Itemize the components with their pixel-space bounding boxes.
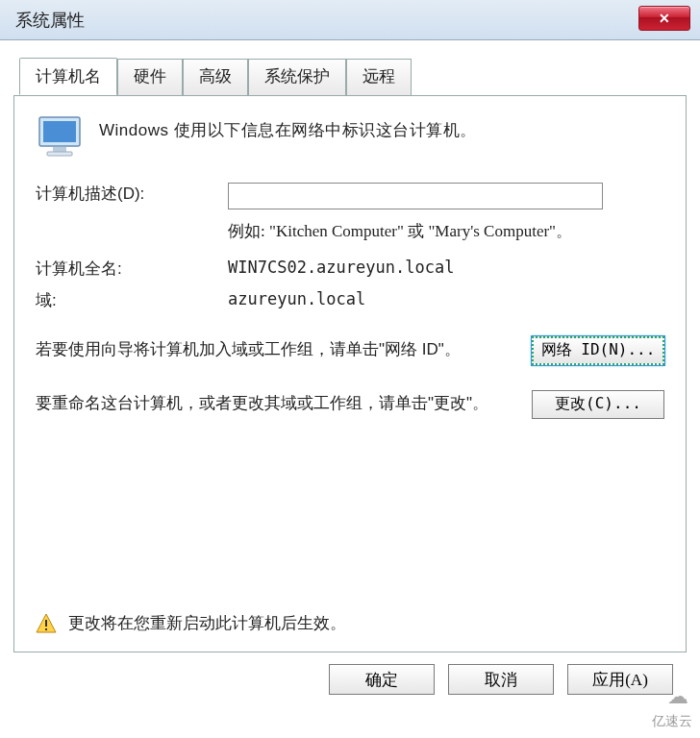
svg-rect-3 (47, 152, 72, 156)
domain-label: 域: (36, 289, 228, 311)
change-button[interactable]: 更改(C)... (532, 390, 664, 419)
network-id-button[interactable]: 网络 ID(N)... (532, 336, 664, 365)
close-button[interactable]: ✕ (638, 6, 690, 31)
client-area: 计算机名 硬件 高级 系统保护 远程 Windows 使用以下信息在网络中标识这… (0, 40, 700, 716)
network-id-text: 若要使用向导将计算机加入域或工作组，请单击"网络 ID"。 (36, 336, 514, 362)
button-label: 取消 (485, 669, 517, 691)
cloud-badge-icon: ☁ (667, 684, 688, 709)
tab-strip: 计算机名 硬件 高级 系统保护 远程 (19, 58, 687, 95)
tab-panel-computer-name: Windows 使用以下信息在网络中标识这台计算机。 计算机描述(D): 例如:… (13, 95, 687, 652)
svg-rect-5 (45, 628, 47, 630)
window-title: 系统属性 (15, 9, 85, 32)
tab-label: 计算机名 (36, 67, 101, 86)
watermark-text: 亿速云 (652, 713, 692, 730)
tab-label: 远程 (362, 67, 395, 86)
computer-icon (36, 115, 84, 161)
tab-system-protection[interactable]: 系统保护 (248, 59, 346, 96)
tab-advanced[interactable]: 高级 (183, 59, 248, 96)
svg-rect-4 (45, 620, 47, 627)
apply-button[interactable]: 应用(A) (567, 664, 673, 695)
fullname-label: 计算机全名: (36, 258, 228, 280)
domain-value: azureyun.local (228, 289, 664, 308)
tab-remote[interactable]: 远程 (346, 59, 412, 96)
close-icon: ✕ (659, 11, 670, 26)
svg-rect-1 (43, 121, 76, 142)
tab-hardware[interactable]: 硬件 (117, 59, 183, 96)
tab-label: 硬件 (134, 67, 166, 86)
button-label: 确定 (365, 669, 398, 691)
cancel-button[interactable]: 取消 (448, 664, 554, 695)
button-label: 更改(C)... (555, 394, 641, 414)
titlebar[interactable]: 系统属性 ✕ (0, 0, 700, 40)
restart-warning: 更改将在您重新启动此计算机后生效。 (36, 612, 346, 634)
button-label: 网络 ID(N)... (541, 340, 656, 360)
button-label: 应用(A) (592, 669, 648, 691)
svg-rect-2 (53, 147, 66, 152)
ok-button[interactable]: 确定 (329, 664, 435, 695)
description-input[interactable] (228, 183, 603, 209)
fullname-value: WIN7CS02.azureyun.local (228, 258, 664, 277)
intro-text: Windows 使用以下信息在网络中标识这台计算机。 (99, 115, 477, 141)
tab-computer-name[interactable]: 计算机名 (19, 58, 117, 95)
dialog-buttons: 确定 取消 应用(A) (13, 652, 687, 708)
change-text: 要重命名这台计算机，或者更改其域或工作组，请单击"更改"。 (36, 390, 514, 416)
warning-icon (36, 613, 57, 634)
tab-label: 系统保护 (264, 67, 330, 86)
system-properties-window: 系统属性 ✕ 计算机名 硬件 高级 系统保护 远程 Windows 使用以下信息… (0, 0, 700, 716)
description-hint: 例如: "Kitchen Computer" 或 "Mary's Compute… (228, 219, 664, 244)
tab-label: 高级 (199, 67, 232, 86)
warning-text: 更改将在您重新启动此计算机后生效。 (68, 612, 346, 634)
description-label: 计算机描述(D): (36, 183, 228, 205)
